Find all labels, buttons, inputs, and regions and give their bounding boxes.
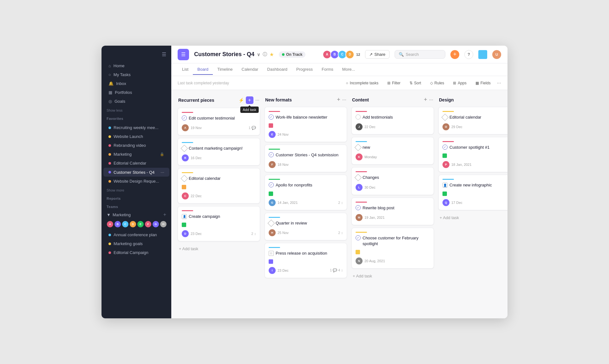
incomplete-tasks-button[interactable]: ○ Incomplete tasks [344, 80, 381, 87]
tab-board[interactable]: Board [193, 64, 213, 75]
card[interactable]: new K Monday [351, 137, 434, 165]
card[interactable]: ✓ Customer spotlight #1 P 18 Jan, 2021 1… [438, 137, 508, 172]
sidebar-item-marketing-goals[interactable]: Marketing goals [103, 239, 169, 248]
menu-icon[interactable]: ☰ [162, 51, 166, 57]
tab-more[interactable]: More... [338, 64, 359, 75]
avatar: B [114, 221, 121, 228]
sort-button[interactable]: ⇅ Sort [407, 80, 424, 87]
column-more-button[interactable]: ··· [342, 97, 346, 103]
sidebar-item-website-launch[interactable]: Website Launch [103, 132, 169, 141]
item-more-icon[interactable]: ··· [160, 170, 164, 175]
card-title: Press release on acquisition [276, 250, 327, 256]
card-date: 24 Nov [278, 133, 343, 136]
sidebar-item-inbox[interactable]: 🔔 Inbox [103, 79, 169, 88]
mytasks-icon: ○ [108, 72, 111, 77]
sidebar-item-marketing[interactable]: Marketing 🔒 [103, 150, 169, 159]
card[interactable]: ✓ Choose customer for February spotlight… [351, 228, 434, 269]
card-title: Create campaign [189, 214, 220, 219]
card-date: 19 Nov [191, 126, 247, 130]
sidebar-item-website-design[interactable]: Website Design Reque... [103, 177, 169, 185]
card[interactable]: ✓ Apollo for nonprofits G 14 Jan, 2021 2… [265, 175, 347, 210]
column-content: Content + ··· Add testimonials J 22 Dec [351, 95, 434, 281]
card[interactable]: 👤 Create new infographic Q 17 Dec 1 ↕ [438, 175, 508, 210]
card[interactable]: ⊟ Press release on acquisition I 23 Dec … [265, 243, 347, 278]
tab-calendar[interactable]: Calendar [237, 64, 263, 75]
card-color-bar [442, 111, 454, 112]
card-color-bar [269, 179, 280, 180]
project-icon: ☰ [178, 49, 189, 60]
marketing-team[interactable]: ▼ Marketing + [102, 210, 171, 219]
sidebar-item-goals[interactable]: ◎ Goals [103, 97, 169, 106]
card[interactable]: Add testimonials J 22 Dec [351, 107, 434, 134]
dot-icon [108, 127, 111, 129]
collapse-icon: ▼ [107, 212, 111, 217]
card[interactable]: ✓ Customer Stories - Q4 submission F 18 … [265, 145, 347, 172]
card[interactable]: 👤 Create campaign D 23 Dec 2 ↕ [178, 206, 260, 241]
search-box[interactable]: 🔍 Search [395, 50, 445, 59]
favorites-label: Favorites [102, 114, 171, 122]
tab-progress[interactable]: Progress [292, 64, 317, 75]
show-more-button[interactable]: Show more [102, 187, 171, 193]
sidebar-item-mytasks[interactable]: ○ My Tasks [103, 70, 169, 79]
avatar: G [152, 221, 159, 228]
status-badge[interactable]: On Track [279, 51, 305, 58]
tab-timeline[interactable]: Timeline [213, 64, 237, 75]
star-icon[interactable]: ★ [270, 52, 274, 57]
sidebar-item-recruiting[interactable]: Recruiting weekly mee... [103, 123, 169, 132]
add-task-button[interactable]: + Add task [438, 213, 508, 223]
card-footer: B 16 Dec [182, 154, 256, 161]
card-color-bar [182, 142, 193, 143]
card[interactable]: Changes L 30 Dec [351, 167, 434, 195]
card-meta: 2 ↕ [338, 231, 343, 235]
fields-button[interactable]: ▦ Fields [473, 80, 493, 87]
apps-button[interactable]: ⊞ Apps [450, 80, 469, 87]
card[interactable]: Content marketing campaign! B 16 Dec [178, 138, 260, 166]
sidebar-item-portfolios[interactable]: ▦ Portfolios [103, 88, 169, 97]
add-button[interactable]: + [450, 50, 459, 59]
card-date: Monday [364, 155, 430, 159]
chevron-down-icon[interactable]: ∨ [257, 52, 260, 57]
sidebar-item-editorial-campaign[interactable]: Editorial Campaign [103, 248, 169, 257]
add-team-button[interactable]: + [163, 212, 166, 218]
info-icon[interactable]: ⓘ [263, 52, 267, 57]
card-footer-date: P 18 Jan, 2021 1 ↕ [442, 161, 508, 168]
add-task-button[interactable]: + Add task [178, 244, 260, 254]
card-color-bar [269, 217, 280, 218]
card-title: Quarter in review [276, 220, 307, 226]
add-task-button[interactable]: + Add task [351, 271, 434, 281]
toolbar-more-button[interactable]: ··· [497, 80, 501, 86]
add-task-icon-button[interactable]: + Add task [246, 96, 253, 104]
tab-dashboard[interactable]: Dashboard [263, 64, 292, 75]
color-swatch[interactable] [478, 50, 487, 59]
column-more-button[interactable]: ··· [255, 97, 259, 103]
column-add-button[interactable]: + [424, 96, 427, 103]
help-button[interactable]: ? [464, 50, 473, 59]
sidebar-item-annual-conf[interactable]: Annual conference plan [103, 231, 169, 239]
sidebar-item-customer-stories[interactable]: Customer Stories - Q4 ··· [103, 168, 169, 177]
sidebar-item-editorial-calendar[interactable]: Editorial Calendar [103, 159, 169, 167]
card[interactable]: Editorial calendar C 22 Dec [178, 168, 260, 203]
card-date: 17 Dec [451, 201, 508, 205]
card[interactable]: ✓ Work-life balance newsletter E 24 Nov [265, 107, 347, 142]
card-footer [269, 259, 343, 264]
card-title: Create new infographic [449, 182, 492, 188]
user-avatar[interactable]: U [492, 50, 501, 59]
show-less-button[interactable]: Show less [102, 107, 171, 114]
dot-icon [108, 135, 111, 138]
column-add-button[interactable]: + [337, 96, 340, 103]
card[interactable]: ✓ Rewrite blog post M 19 Jan, 2021 [351, 198, 434, 225]
card-avatar: J [356, 123, 363, 130]
sidebar-item-rebranding[interactable]: Rebranding video [103, 141, 169, 150]
share-button[interactable]: ↗ Share [365, 50, 390, 59]
card[interactable]: ✓ Edit customer testimonial A 19 Nov 1 💬 [178, 108, 260, 135]
card[interactable]: Editorial calendar O 29 Dec [438, 107, 508, 134]
column-more-button[interactable]: ··· [429, 97, 433, 103]
tab-list[interactable]: List [178, 64, 193, 75]
card[interactable]: Quarter in review H 25 Nov 2 ↕ [265, 213, 347, 240]
card-footer [356, 250, 430, 254]
filter-button[interactable]: ⊞ Filter [385, 80, 403, 87]
rules-button[interactable]: ◇ Rules [428, 80, 447, 87]
tag-icon [356, 250, 360, 254]
tab-forms[interactable]: Forms [317, 64, 338, 75]
sidebar-item-home[interactable]: ⌂ Home [103, 62, 169, 70]
